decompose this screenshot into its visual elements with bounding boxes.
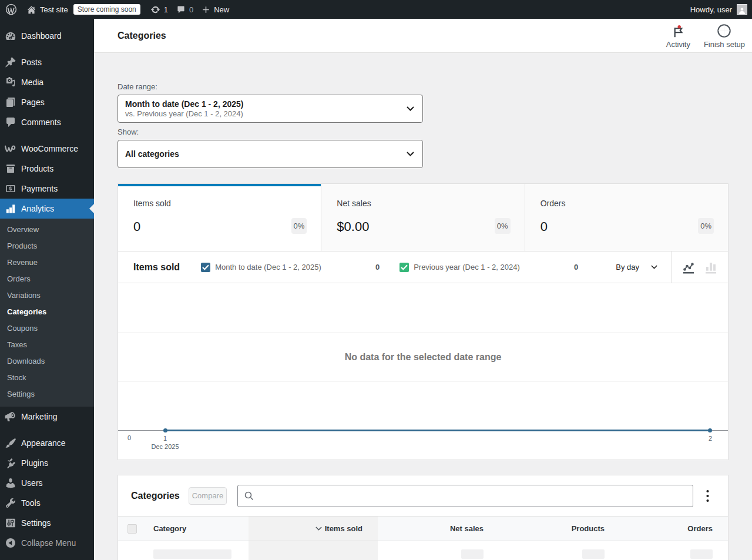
updates-button[interactable]: 1 (146, 0, 172, 19)
settings-icon (0, 517, 21, 529)
chart-empty-message: No data for the selected date range (118, 352, 728, 363)
summary-items-sold[interactable]: Items sold00% (118, 184, 321, 251)
sidebar-item-payments[interactable]: Payments (0, 179, 94, 199)
main-area: Categories Activity (94, 19, 752, 560)
sidebar-item-plugins[interactable]: Plugins (0, 453, 94, 473)
table-card-header: Categories Compare (118, 475, 728, 516)
sidebar-item-pages[interactable]: Pages (0, 92, 94, 112)
comments-button[interactable]: 0 (172, 0, 197, 19)
summary-net-sales[interactable]: Net sales$0.000% (321, 184, 524, 251)
category-show-select[interactable]: All categories (118, 140, 423, 168)
table-menu-button[interactable] (703, 487, 713, 505)
select-all-checkbox-cell (118, 517, 144, 541)
search-box[interactable] (237, 485, 693, 507)
show-value: All categories (125, 150, 397, 159)
finish-setup-button[interactable]: Finish setup (704, 23, 745, 49)
wp-logo-button[interactable] (0, 0, 22, 19)
ellipsis-icon (706, 489, 709, 502)
table-title: Categories (131, 491, 180, 501)
compare-button[interactable]: Compare (189, 487, 227, 505)
sidebar-item-media[interactable]: Media (0, 72, 94, 92)
skeleton-placeholder (153, 549, 231, 559)
submenu-item-orders[interactable]: Orders (0, 271, 94, 287)
bar-chart-toggle[interactable] (706, 261, 716, 274)
cell-net_sales (378, 541, 499, 560)
plus-icon (202, 5, 210, 14)
select-all-checkbox[interactable] (127, 524, 137, 534)
column-header-net_sales[interactable]: Net sales (378, 517, 499, 541)
sidebar-item-label: Products (21, 164, 53, 173)
submenu-item-products[interactable]: Products (0, 238, 94, 254)
cell-category (144, 541, 249, 560)
summary-orders[interactable]: Orders00% (525, 184, 728, 251)
howdy-label: Howdy, user (690, 5, 732, 14)
summary-label: Orders (540, 199, 714, 208)
chevron-down-icon (651, 265, 657, 269)
sidebar-item-products[interactable]: Products (0, 159, 94, 179)
column-header-category[interactable]: Category (144, 517, 249, 541)
chart-header: Items sold Month to date (Dec 1 - 2, 202… (118, 251, 728, 283)
submenu-item-settings[interactable]: Settings (0, 386, 94, 403)
submenu-item-coupons[interactable]: Coupons (0, 320, 94, 337)
submenu-item-categories[interactable]: Categories (0, 304, 94, 320)
sidebar-item-posts[interactable]: Posts (0, 52, 94, 72)
date-range-compare: vs. Previous year (Dec 1 - 2, 2024) (125, 109, 397, 118)
admin-bar: Test site Store coming soon 1 0 New Howd… (0, 0, 752, 19)
cell-checkbox (118, 541, 144, 560)
activity-flag-icon (673, 25, 683, 38)
sidebar-item-appearance[interactable]: Appearance (0, 433, 94, 453)
media-icon (0, 76, 21, 88)
site-name-button[interactable]: Test site (22, 0, 72, 19)
marketing-icon (0, 411, 21, 422)
home-icon (26, 5, 36, 15)
chevron-down-icon (407, 106, 414, 111)
summary-value: 0 (540, 219, 714, 234)
sidebar-item-comments[interactable]: Comments (0, 112, 94, 132)
activity-button[interactable]: Activity (666, 23, 690, 49)
page-icon (0, 96, 21, 108)
column-header-products[interactable]: Products (499, 517, 620, 541)
sidebar-item-tools[interactable]: Tools (0, 493, 94, 513)
submenu-item-stock[interactable]: Stock (0, 370, 94, 386)
legend-item-primary[interactable]: Month to date (Dec 1 - 2, 2025)0 (201, 263, 380, 272)
sidebar-item-analytics[interactable]: Analytics (0, 199, 94, 219)
interval-label: By day (616, 263, 639, 271)
interval-select[interactable]: By day (616, 263, 657, 271)
sidebar-item-label: Collapse Menu (21, 538, 76, 548)
menu-separator (0, 48, 94, 51)
sidebar-item-label: Settings (21, 518, 51, 528)
sidebar-item-collapse-menu[interactable]: Collapse Menu (0, 533, 94, 553)
divider (671, 251, 672, 283)
woocommerce-icon (0, 143, 21, 155)
dashboard-icon (0, 30, 21, 42)
submenu-item-taxes[interactable]: Taxes (0, 337, 94, 353)
search-input[interactable] (259, 491, 687, 500)
comments-count: 0 (189, 5, 193, 14)
sidebar-item-users[interactable]: Users (0, 473, 94, 493)
line-chart-toggle[interactable] (683, 261, 694, 274)
setup-progress-icon (717, 24, 731, 38)
legend-value: 0 (574, 263, 578, 271)
date-range-select[interactable]: Month to date (Dec 1 - 2, 2025) vs. Prev… (118, 95, 423, 123)
submenu-item-variations[interactable]: Variations (0, 287, 94, 304)
skeleton-placeholder (461, 549, 484, 559)
summary-label: Items sold (133, 199, 307, 208)
sidebar-item-label: Users (21, 478, 43, 488)
submenu-item-overview[interactable]: Overview (0, 222, 94, 238)
sidebar-item-label: Plugins (21, 458, 48, 468)
update-icon (150, 5, 160, 15)
submenu-item-downloads[interactable]: Downloads (0, 353, 94, 370)
column-header-orders[interactable]: Orders (620, 517, 728, 541)
legend-value: 0 (375, 263, 380, 271)
store-coming-soon-badge: Store coming soon (73, 4, 140, 15)
column-header-items_sold[interactable]: Items sold (249, 517, 378, 541)
submenu-item-revenue[interactable]: Revenue (0, 254, 94, 271)
sidebar-item-settings[interactable]: Settings (0, 513, 94, 533)
new-content-button[interactable]: New (197, 0, 233, 19)
analytics-icon (0, 203, 21, 214)
sidebar-item-dashboard[interactable]: Dashboard (0, 26, 94, 46)
sidebar-item-marketing[interactable]: Marketing (0, 407, 94, 427)
legend-item-secondary[interactable]: Previous year (Dec 1 - 2, 2024)0 (400, 263, 578, 272)
my-account-button[interactable]: Howdy, user (686, 0, 752, 19)
sidebar-item-woocommerce[interactable]: WooCommerce (0, 139, 94, 159)
